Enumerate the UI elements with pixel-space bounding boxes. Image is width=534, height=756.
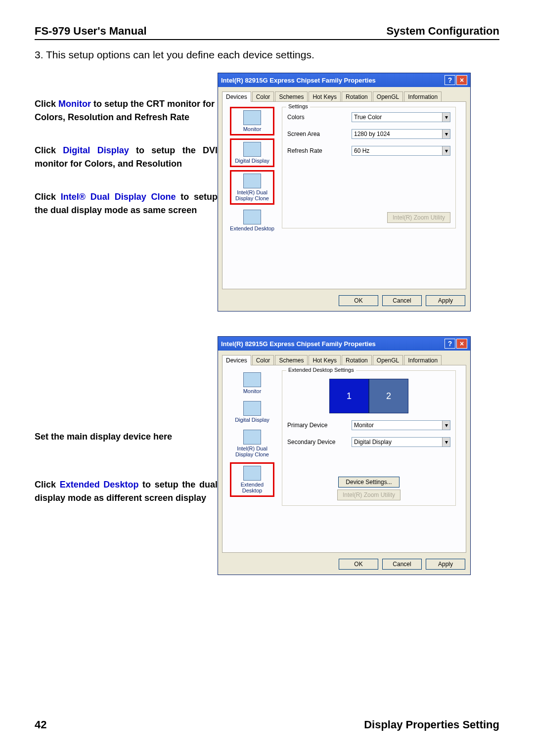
anno-extended: Click Extended Desktop to setup the dual…: [35, 478, 218, 505]
monitor-icon: [243, 401, 261, 416]
button-row: OK Cancel Apply: [218, 293, 470, 311]
figure-1: Click Monitor to setup the CRT monitor f…: [35, 73, 499, 311]
chevron-down-icon: ▾: [442, 421, 450, 430]
device-digital[interactable]: Digital Display: [230, 399, 274, 425]
close-button[interactable]: ×: [456, 339, 467, 349]
tab-rotation[interactable]: Rotation: [342, 91, 372, 102]
properties-dialog-1: Intel(R) 82915G Express Chipset Family P…: [218, 73, 471, 311]
tab-rotation[interactable]: Rotation: [342, 355, 372, 365]
chevron-down-icon: ▾: [442, 130, 450, 138]
dual-monitor-icon: [243, 174, 261, 188]
extended-settings-column: Extended Desktop Settings 1 2 Primary De…: [277, 370, 461, 547]
tab-color[interactable]: Color: [252, 91, 274, 102]
device-clone[interactable]: Intel(R) Dual Display Clone: [230, 428, 274, 459]
secondary-device-combo[interactable]: Digital Display▾: [352, 437, 450, 447]
tab-devices[interactable]: Devices: [222, 355, 251, 365]
help-button[interactable]: ?: [445, 75, 455, 85]
tab-devices[interactable]: Devices: [222, 91, 251, 102]
primary-device-combo[interactable]: Monitor▾: [352, 420, 450, 430]
extended-settings-fieldset: Extended Desktop Settings 1 2 Primary De…: [282, 370, 456, 506]
primary-device-label: Primary Device: [287, 422, 352, 429]
tab-schemes[interactable]: Schemes: [275, 355, 308, 365]
zoom-utility-button: Intel(R) Zoom Utility: [337, 489, 400, 500]
annotations-left: Click Monitor to setup the CRT monitor f…: [35, 73, 218, 311]
device-column: Monitor Digital Display Intel(R) Dual Di…: [227, 107, 277, 284]
anno-clone: Click Intel® Dual Display Clone to setup…: [35, 190, 218, 217]
device-settings-button[interactable]: Device Settings...: [338, 477, 399, 488]
ok-button[interactable]: OK: [339, 295, 378, 306]
help-button[interactable]: ?: [445, 339, 455, 349]
ok-button[interactable]: OK: [339, 559, 378, 570]
monitor-icon: [243, 110, 261, 125]
button-row: OK Cancel Apply: [218, 557, 470, 575]
page-number: 42: [35, 718, 46, 731]
close-button[interactable]: ×: [456, 75, 467, 85]
cancel-button[interactable]: Cancel: [382, 559, 422, 570]
dual-monitor-icon: [243, 430, 261, 445]
manual-title: FS-979 User's Manual: [35, 25, 147, 38]
monitor-2[interactable]: 2: [369, 379, 408, 413]
window-title: Intel(R) 82915G Express Chipset Family P…: [221, 340, 444, 348]
section-title: System Configuration: [386, 25, 499, 38]
chevron-down-icon: ▾: [442, 438, 450, 446]
tab-information[interactable]: Information: [404, 355, 442, 365]
screen-area-combo[interactable]: 1280 by 1024▾: [352, 129, 450, 139]
settings-fieldset: Settings Colors True Color▾ Screen Area …: [282, 107, 456, 228]
settings-legend: Settings: [286, 103, 310, 109]
properties-dialog-2: Intel(R) 82915G Express Chipset Family P…: [218, 336, 471, 575]
tab-strip: Devices Color Schemes Hot Keys Rotation …: [218, 351, 470, 365]
apply-button[interactable]: Apply: [426, 295, 465, 306]
dual-monitor-icon: [243, 210, 261, 224]
tab-schemes[interactable]: Schemes: [275, 91, 308, 102]
device-extended[interactable]: Extended Desktop: [230, 208, 274, 233]
monitor-preview[interactable]: 1 2: [287, 376, 450, 420]
figure-2: Set the main display device here Click E…: [35, 336, 499, 575]
colors-label: Colors: [287, 114, 352, 121]
device-monitor[interactable]: Monitor: [230, 370, 274, 396]
device-digital[interactable]: Digital Display: [230, 138, 274, 167]
chevron-down-icon: ▾: [442, 146, 450, 155]
tab-color[interactable]: Color: [252, 355, 274, 365]
titlebar[interactable]: Intel(R) 82915G Express Chipset Family P…: [218, 337, 470, 351]
tab-panel: Monitor Digital Display Intel(R) Dual Di…: [222, 101, 466, 289]
apply-button[interactable]: Apply: [426, 559, 465, 570]
device-extended[interactable]: Extended Desktop: [230, 462, 274, 497]
page-footer: 42 Display Properties Setting: [35, 718, 499, 731]
anno-primary: Set the main display device here: [35, 430, 218, 444]
monitor-1[interactable]: 1: [329, 379, 369, 413]
monitor-icon: [243, 142, 261, 157]
page-header: FS-979 User's Manual System Configuratio…: [35, 25, 499, 40]
tab-strip: Devices Color Schemes Hot Keys Rotation …: [218, 87, 470, 101]
tab-panel: Monitor Digital Display Intel(R) Dual Di…: [222, 365, 466, 553]
intro-text: 3. This setup options can let you define…: [35, 49, 499, 61]
device-column: Monitor Digital Display Intel(R) Dual Di…: [227, 370, 277, 547]
device-clone[interactable]: Intel(R) Dual Display Clone: [230, 170, 274, 205]
monitor-icon: [243, 372, 261, 387]
colors-combo[interactable]: True Color▾: [352, 112, 450, 122]
titlebar[interactable]: Intel(R) 82915G Express Chipset Family P…: [218, 73, 470, 87]
dual-monitor-icon: [243, 466, 261, 481]
anno-monitor: Click Monitor to setup the CRT monitor f…: [35, 97, 218, 124]
settings-column: Settings Colors True Color▾ Screen Area …: [277, 107, 461, 284]
cancel-button[interactable]: Cancel: [382, 295, 422, 306]
secondary-device-label: Secondary Device: [287, 439, 352, 445]
window-title: Intel(R) 82915G Express Chipset Family P…: [221, 77, 444, 84]
tab-opengl[interactable]: OpenGL: [373, 355, 403, 365]
tab-hotkeys[interactable]: Hot Keys: [309, 355, 341, 365]
annotations-left-2: Set the main display device here Click E…: [35, 336, 218, 575]
tab-hotkeys[interactable]: Hot Keys: [309, 91, 341, 102]
screen-area-label: Screen Area: [287, 131, 352, 137]
tab-information[interactable]: Information: [404, 91, 442, 102]
zoom-utility-button: Intel(R) Zoom Utility: [387, 212, 450, 223]
tab-opengl[interactable]: OpenGL: [373, 91, 403, 102]
extended-legend: Extended Desktop Settings: [286, 367, 356, 373]
footer-section: Display Properties Setting: [364, 718, 499, 731]
refresh-rate-combo[interactable]: 60 Hz▾: [352, 146, 450, 156]
chevron-down-icon: ▾: [442, 113, 450, 122]
anno-digital: Click Digital Display to setup the DVI m…: [35, 144, 218, 171]
device-monitor[interactable]: Monitor: [230, 107, 274, 135]
refresh-rate-label: Refresh Rate: [287, 147, 352, 154]
